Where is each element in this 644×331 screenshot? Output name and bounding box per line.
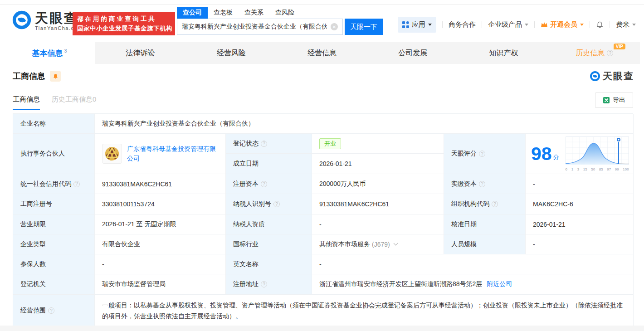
tab-label: 知识产权 — [489, 49, 518, 58]
partner-company-link[interactable]: 广东省粤科母基金投资管理有限公司 — [127, 144, 218, 163]
company-name-label: 企业名称 — [13, 114, 95, 134]
score-distribution-chart: 0131550859799100 — [566, 136, 629, 171]
insured-count-value: - — [95, 254, 226, 274]
score-axis-labels: 0131550859799100 — [566, 167, 629, 171]
help-icon[interactable]: ? — [273, 201, 280, 207]
crown-icon — [541, 21, 548, 28]
chevron-down-icon — [580, 24, 584, 26]
partner-company-logo[interactable] — [102, 144, 122, 164]
registration-status-label: 登记状态 ? — [226, 134, 312, 154]
business-scope-value: 一般项目：以私募基金从事股权投资、投资管理、资产管理等活动（须在中国证券投资基金… — [95, 295, 634, 327]
nav-divider — [534, 21, 535, 28]
industry-label: 国标行业 — [226, 234, 312, 254]
apps-menu[interactable]: 应用 — [398, 17, 436, 33]
nav-open-vip[interactable]: 开通会员 — [541, 20, 584, 29]
tab-label: 经营信息 — [307, 49, 337, 58]
tab-basic-info[interactable]: 基本信息 3 — [4, 42, 95, 64]
username: 费米 — [616, 20, 629, 29]
tab-business-info[interactable]: 经营信息 — [277, 42, 367, 64]
score-number: 98 — [531, 145, 552, 163]
tianyancha-watermark: 天眼查 — [590, 70, 634, 83]
tab-history-info[interactable]: VIP 历史信息 ? — [549, 42, 640, 64]
tab-label: 历史信息 — [576, 49, 605, 58]
industry-code: (J679) — [372, 241, 390, 248]
notifications-bell[interactable] — [596, 21, 604, 29]
nav-divider — [482, 21, 482, 28]
search-tab-boss[interactable]: 查老板 — [208, 7, 239, 19]
company-type-value: 有限合伙企业 — [95, 234, 226, 254]
monitor-bell-button[interactable] — [50, 71, 61, 82]
establish-date-label: 成立日期 — [226, 154, 312, 174]
nav-enterprise-products[interactable]: 企业级产品 — [488, 20, 528, 29]
staff-size-label: 人员规模 — [444, 234, 526, 254]
help-icon[interactable]: ? — [492, 201, 498, 207]
help-icon[interactable]: ? — [261, 181, 267, 187]
help-icon[interactable]: ? — [607, 50, 613, 56]
english-name-label: 英文名称 — [226, 254, 312, 274]
insured-count-label: 参保人数 — [13, 254, 95, 274]
taxpayer-id-value: 91330381MAK6C2HC61 — [312, 194, 444, 214]
approval-date-label: 核准日期 — [444, 214, 526, 234]
org-code-label: 组织机构代码 ? — [444, 194, 526, 214]
excel-icon — [603, 97, 610, 104]
search-input[interactable] — [177, 23, 331, 30]
industry-value: 其他资本市场服务 (J679) — [312, 234, 444, 254]
brand-slogan-badge: 都在用的商业查询工具 国家中小企业发展子基金旗下机构 — [73, 12, 175, 35]
page-bottom-strip — [0, 326, 644, 331]
registered-capital-label: 注册资本 ? — [226, 174, 312, 194]
subtab-business-registration[interactable]: 工商信息 — [13, 95, 40, 110]
paid-capital-label: 实缴资本 ? — [444, 174, 526, 194]
registration-subtabs: 工商信息 历史工商信息0 — [13, 95, 96, 110]
company-type-label: 企业类型 — [13, 234, 95, 254]
search-tab-risk[interactable]: 查风险 — [269, 7, 300, 19]
help-icon[interactable]: ? — [261, 281, 267, 287]
vip-badge: VIP — [614, 44, 625, 49]
chevron-down-icon[interactable] — [393, 241, 398, 246]
table-row: 统一社会信用代码 ? 91330381MAK6C2HC61 注册资本 ? 200… — [13, 174, 633, 194]
tab-operational-risk[interactable]: 经营风险 — [186, 42, 277, 64]
enterprise-label: 企业级产品 — [488, 20, 522, 29]
table-row: 参保人数 - 英文名称 - — [13, 254, 633, 274]
search-tab-company[interactable]: 查公司 — [177, 7, 208, 19]
export-button[interactable]: 导出 — [595, 92, 633, 108]
staff-size-value: - — [526, 234, 634, 254]
tianyancha-logo[interactable]: 天眼查 TianYanCha.com — [12, 10, 83, 32]
clear-search-icon[interactable]: ✕ — [331, 23, 338, 30]
tianyancha-eye-icon — [590, 71, 600, 82]
credit-code-label: 统一社会信用代码 ? — [13, 174, 95, 194]
nearby-companies-link[interactable]: 附近公司 — [487, 280, 512, 288]
help-icon[interactable]: ? — [479, 151, 485, 157]
subtab-history-registration[interactable]: 历史工商信息0 — [52, 95, 96, 110]
help-icon[interactable]: ? — [261, 141, 267, 147]
taxpayer-id-label: 纳税人识别号 ? — [226, 194, 312, 214]
chevron-down-icon — [525, 24, 528, 26]
table-row: 经营范围 ? 一般项目：以私募基金从事股权投资、投资管理、资产管理等活动（须在中… — [13, 295, 633, 327]
table-row: 工商注册号 330381001153724 纳税人识别号 ? 91330381M… — [13, 194, 633, 214]
table-row: 登记机关 瑞安市市场监督管理局 注册地址 ? 浙江省温州市瑞安市经济开发区上望街… — [13, 274, 633, 295]
nav-business-cooperation[interactable]: 商务合作 — [449, 20, 476, 29]
tianyan-score-value: 98 分 — [526, 134, 634, 174]
tab-intellectual-property[interactable]: 知识产权 — [458, 42, 549, 64]
table-row: 企业类型 有限合伙企业 国标行业 其他资本市场服务 (J679) 人员规模 - — [13, 234, 633, 254]
search-tab-relation[interactable]: 查关系 — [239, 7, 269, 19]
help-icon[interactable]: ? — [73, 181, 80, 187]
user-menu[interactable]: 费米 — [616, 20, 636, 29]
search-section: 查公司 查老板 查关系 查风险 ✕ 天眼一下 — [177, 7, 383, 35]
tab-label: 基本信息 — [32, 48, 63, 58]
registered-address-value: 浙江省温州市瑞安市经济开发区上望街道听潮路88号第2层 附近公司 — [312, 274, 634, 295]
search-button[interactable]: 天眼一下 — [345, 19, 383, 35]
help-icon[interactable]: ? — [48, 307, 54, 314]
paid-capital-value: - — [526, 174, 634, 194]
taxpayer-quality-label: 纳税人资质 — [226, 214, 312, 234]
business-term-label: 营业期限 — [13, 214, 95, 234]
bell-icon — [53, 73, 59, 79]
business-term-value: 2026-01-21 至 无固定期限 — [95, 214, 226, 234]
help-icon[interactable]: ? — [479, 181, 485, 187]
registered-address-label: 注册地址 ? — [226, 274, 312, 295]
table-row: 企业名称 瑞安粤科新兴产业创业投资基金合伙企业（有限合伙） — [13, 114, 633, 134]
tab-company-development[interactable]: 公司发展 — [367, 42, 458, 64]
tab-legal-proceedings[interactable]: 法律诉讼 — [95, 42, 185, 64]
apps-grid-icon — [402, 21, 409, 28]
slogan-line-2: 国家中小企业发展子基金旗下机构 — [77, 24, 171, 33]
org-code-value: MAK6C2HC-6 — [526, 194, 634, 214]
